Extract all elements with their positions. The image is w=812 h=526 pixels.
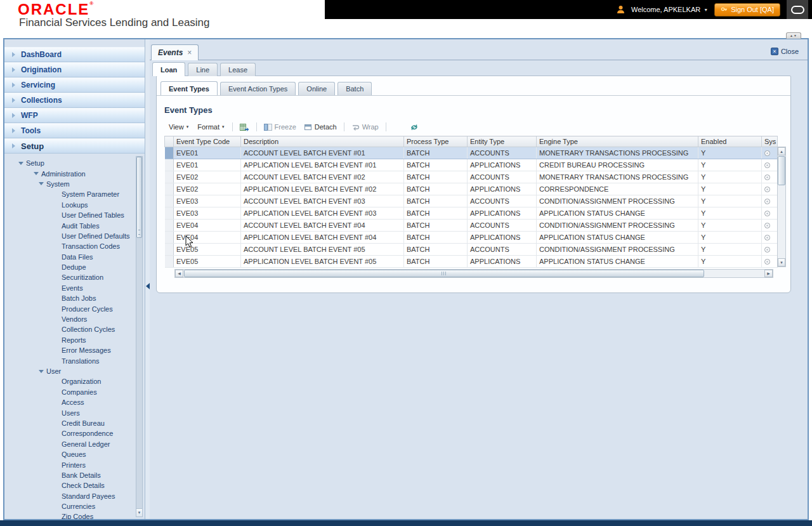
tree-item[interactable]: User Defined Defaults	[4, 231, 134, 241]
feedback-bubble-button[interactable]	[787, 0, 808, 19]
sub-tab[interactable]: Online	[298, 82, 335, 95]
tree-item[interactable]: Access	[4, 397, 134, 407]
system-generated-radio[interactable]	[764, 174, 770, 180]
table-row[interactable]: EVE03 APPLICATION LEVEL BATCH EVENT #03 …	[165, 207, 778, 220]
sidebar-accordion-item[interactable]: Collections	[4, 93, 145, 108]
splitter-collapse-button[interactable]: ▲▼	[786, 32, 801, 39]
tree-item[interactable]: Zip Codes	[4, 511, 134, 519]
system-generated-radio[interactable]	[764, 259, 770, 265]
table-row[interactable]: EVE03 ACCOUNT LEVEL BATCH EVENT #03 BATC…	[165, 195, 778, 207]
freeze-button[interactable]: Freeze	[260, 123, 300, 131]
sidebar-accordion-item[interactable]: Servicing	[4, 77, 145, 93]
tree-item[interactable]: Dedupe	[4, 262, 134, 272]
tree-item[interactable]: User Defined Tables	[4, 210, 134, 220]
sidebar-accordion-item[interactable]: DashBoard	[4, 47, 145, 62]
horizontal-scrollbar-thumb[interactable]	[184, 270, 704, 277]
table-row[interactable]: EVE04 ACCOUNT LEVEL BATCH EVENT #04 BATC…	[165, 220, 778, 232]
table-row[interactable]: EVE05 ACCOUNT LEVEL BATCH EVENT #05 BATC…	[165, 244, 778, 256]
system-generated-radio[interactable]	[764, 247, 770, 253]
tree-item[interactable]: Data Files	[4, 252, 134, 262]
tree-item[interactable]: Companies	[4, 387, 134, 397]
table-row[interactable]: EVE02 ACCOUNT LEVEL BATCH EVENT #02 BATC…	[165, 171, 778, 183]
tree-item[interactable]: Setup	[4, 158, 134, 168]
tree-item[interactable]: Users	[4, 407, 134, 418]
scroll-left-button[interactable]: ◀	[175, 270, 183, 277]
tree-item[interactable]: Producer Cycles	[4, 303, 134, 313]
column-header-enabled[interactable]: Enabled	[698, 136, 762, 147]
sign-out-button[interactable]: Sign Out [QA]	[714, 3, 780, 16]
tree-item[interactable]: User	[4, 366, 134, 376]
refresh-button[interactable]	[406, 123, 422, 131]
system-generated-radio[interactable]	[764, 199, 770, 204]
tab-close-icon[interactable]: ×	[187, 48, 192, 57]
column-header-engine-type[interactable]: Engine Type	[537, 136, 698, 147]
table-row[interactable]: EVE04 APPLICATION LEVEL BATCH EVENT #04 …	[165, 232, 778, 244]
sidebar-collapse-handle[interactable]	[145, 275, 150, 297]
scroll-down-button[interactable]: ▼	[778, 258, 785, 266]
vertical-scrollbar-thumb[interactable]	[778, 156, 785, 185]
sub-tab[interactable]: Event Action Types	[220, 82, 296, 95]
system-generated-radio[interactable]	[764, 235, 770, 240]
tree-item[interactable]: Correspondence	[4, 428, 134, 438]
product-tab[interactable]: Loan	[152, 62, 185, 76]
scroll-up-button[interactable]: ▲	[778, 147, 785, 155]
tree-item[interactable]: Credit Bureau	[4, 418, 134, 428]
tree-item[interactable]: Lookups	[4, 200, 134, 210]
system-generated-radio[interactable]	[764, 223, 770, 228]
tree-item[interactable]: Standard Payees	[4, 491, 134, 501]
table-vertical-scrollbar[interactable]: ▲ ▼	[777, 147, 786, 267]
column-header-process-type[interactable]: Process Type	[404, 136, 468, 147]
format-menu-button[interactable]: Format ▾	[193, 123, 228, 131]
close-button[interactable]: × Close	[771, 48, 799, 55]
tree-item[interactable]: Batch Jobs	[4, 293, 134, 303]
tree-item[interactable]: Printers	[4, 459, 134, 470]
tree-item[interactable]: Transaction Codes	[4, 241, 134, 251]
table-horizontal-scrollbar[interactable]: ◀ ▶	[174, 269, 773, 278]
sidebar-accordion-item[interactable]: WFP	[4, 108, 145, 123]
system-generated-radio[interactable]	[764, 150, 770, 156]
table-row[interactable]: EVE01 APPLICATION LEVEL BATCH EVENT #01 …	[165, 159, 778, 171]
tree-item[interactable]: Error Messages	[4, 345, 134, 355]
system-generated-radio[interactable]	[764, 162, 770, 168]
export-to-excel-button[interactable]	[236, 123, 253, 131]
system-generated-radio[interactable]	[764, 187, 770, 192]
sidebar-accordion-item[interactable]: Tools	[4, 123, 145, 138]
product-tab[interactable]: Lease	[220, 63, 256, 76]
column-header-description[interactable]: Description	[241, 136, 404, 147]
tree-item[interactable]: System	[4, 179, 134, 189]
tree-item[interactable]: Events	[4, 283, 134, 293]
tree-item[interactable]: System Parameter	[4, 189, 134, 199]
tree-item[interactable]: Translations	[4, 355, 134, 365]
table-row[interactable]: EVE02 APPLICATION LEVEL BATCH EVENT #02 …	[165, 183, 778, 195]
wrap-button[interactable]: Wrap	[348, 123, 383, 131]
tree-item[interactable]: Audit Tables	[4, 220, 134, 230]
product-tab[interactable]: Line	[188, 63, 218, 76]
tree-item[interactable]: Organization	[4, 376, 134, 386]
sub-tab[interactable]: Batch	[337, 82, 372, 95]
tree-item[interactable]: Bank Details	[4, 470, 134, 480]
column-header-sys[interactable]: Sys	[762, 136, 778, 147]
table-row[interactable]: EVE01 ACCOUNT LEVEL BATCH EVENT #01 BATC…	[165, 147, 778, 159]
tree-item[interactable]: Vendors	[4, 314, 134, 324]
sidebar-accordion-item[interactable]: Setup	[4, 138, 145, 154]
tree-item[interactable]: Collection Cycles	[4, 324, 134, 334]
tab-events[interactable]: Events ×	[151, 44, 199, 60]
tree-item[interactable]: Securitization	[4, 272, 134, 282]
tree-item[interactable]: Administration	[4, 168, 134, 178]
column-header-entity-type[interactable]: Entity Type	[468, 136, 537, 147]
table-row[interactable]: EVE05 APPLICATION LEVEL BATCH EVENT #05 …	[165, 256, 778, 268]
sidebar-scrollbar[interactable]: ▼	[136, 156, 143, 517]
view-menu-button[interactable]: View ▾	[164, 123, 193, 131]
sidebar-accordion-item[interactable]: Origination	[4, 62, 145, 77]
sidebar-scroll-down-button[interactable]: ▼	[136, 508, 142, 516]
tree-item[interactable]: General Ledger	[4, 439, 134, 449]
column-header-event-type-code[interactable]: Event Type Code	[174, 136, 241, 147]
system-generated-radio[interactable]	[764, 211, 770, 216]
tree-item[interactable]: Reports	[4, 335, 134, 345]
tree-item[interactable]: Queues	[4, 449, 134, 459]
tree-item[interactable]: Currencies	[4, 501, 134, 511]
sub-tab[interactable]: Event Types	[160, 81, 218, 95]
tree-item[interactable]: Check Details	[4, 480, 134, 490]
scroll-right-button[interactable]: ▶	[764, 270, 773, 277]
welcome-user-menu[interactable]: Welcome, APKELKAR ▼	[631, 6, 708, 13]
